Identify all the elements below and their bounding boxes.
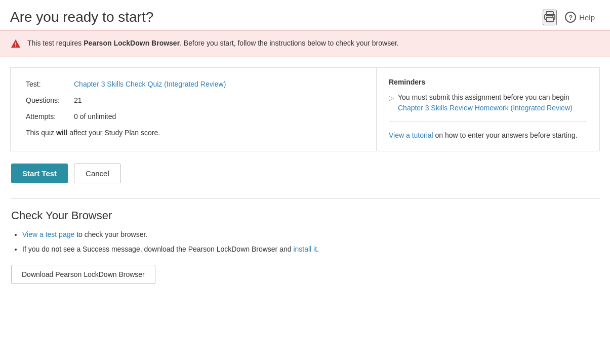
reminders-title: Reminders <box>389 78 587 86</box>
alert-banner: ! This test requires Pearson LockDown Br… <box>0 30 610 57</box>
test-row: Test: Chapter 3 Skills Check Quiz (Integ… <box>26 80 361 88</box>
section-divider <box>10 198 600 199</box>
page-title: Are you ready to start? <box>10 9 153 25</box>
install-link[interactable]: install it <box>293 245 317 253</box>
check-browser-section: Check Your Browser View a test page to c… <box>10 209 600 284</box>
reminders-panel: Reminders ▷ You must submit this assignm… <box>377 68 599 151</box>
svg-rect-1 <box>546 17 553 22</box>
check-browser-title: Check Your Browser <box>11 209 599 222</box>
help-button[interactable]: ? Help <box>565 12 595 23</box>
flag-icon: ▷ <box>389 93 394 103</box>
browser-checklist: View a test page to check your browser. … <box>11 229 599 255</box>
button-row: Start Test Cancel <box>10 164 600 183</box>
browser-list-item-2: If you do not see a Success message, dow… <box>22 244 599 255</box>
header-actions: ? Help <box>543 10 595 25</box>
questions-label: Questions: <box>26 96 74 104</box>
download-lockdown-browser-button[interactable]: Download Pearson LockDown Browser <box>11 265 155 284</box>
help-label: Help <box>579 13 595 22</box>
reminder-item-1: ▷ You must submit this assignment before… <box>389 92 587 122</box>
attempts-label: Attempts: <box>26 112 74 120</box>
test-details: Test: Chapter 3 Skills Check Quiz (Integ… <box>11 68 377 151</box>
test-label: Test: <box>26 80 74 88</box>
attempts-row: Attempts: 0 of unlimited <box>26 112 361 120</box>
help-icon: ? <box>565 12 576 23</box>
browser-list-item-1: View a test page to check your browser. <box>22 229 599 240</box>
test-value: Chapter 3 Skills Check Quiz (Integrated … <box>74 80 226 88</box>
svg-text:!: ! <box>15 42 17 48</box>
main-content: Test: Chapter 3 Skills Check Quiz (Integ… <box>0 57 610 294</box>
tutorial-text: View a tutorial on how to enter your ans… <box>389 130 587 141</box>
reminder-link-1[interactable]: Chapter 3 Skills Review Homework (Integr… <box>398 104 573 112</box>
info-panel: Test: Chapter 3 Skills Check Quiz (Integ… <box>10 67 600 151</box>
start-test-button[interactable]: Start Test <box>11 164 68 183</box>
attempts-value: 0 of unlimited <box>74 112 116 120</box>
cancel-button[interactable]: Cancel <box>74 164 121 183</box>
warning-icon: ! <box>10 38 21 50</box>
page-header: Are you ready to start? ? Help <box>0 0 610 30</box>
questions-row: Questions: 21 <box>26 96 361 104</box>
study-plan-text: This quiz will affect your Study Plan sc… <box>26 129 361 137</box>
test-name-link[interactable]: Chapter 3 Skills Check Quiz (Integrated … <box>74 80 226 88</box>
reminder-text-1: You must submit this assignment before y… <box>398 92 587 113</box>
svg-point-2 <box>552 16 553 17</box>
test-page-link[interactable]: View a test page <box>22 230 74 238</box>
tutorial-link[interactable]: View a tutorial <box>389 131 433 139</box>
alert-text: This test requires Pearson LockDown Brow… <box>27 38 399 49</box>
print-button[interactable] <box>543 10 557 25</box>
print-icon <box>544 11 556 23</box>
questions-value: 21 <box>74 96 82 104</box>
